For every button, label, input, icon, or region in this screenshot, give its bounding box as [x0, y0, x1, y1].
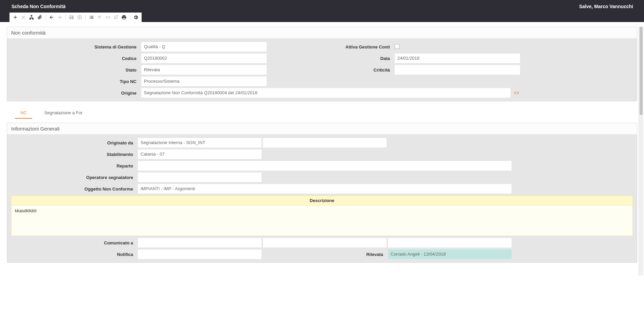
field-notifica[interactable] [138, 250, 262, 259]
nonconformita-panel: Non conformità Sistema di Gestione Quali… [7, 27, 637, 101]
info-generali-body: Originato da Segnalazione Interna - SGN_… [7, 135, 637, 262]
field-tipo-nc[interactable]: Processo/Sistema [141, 77, 267, 86]
nonconformita-panel-body: Sistema di Gestione Qualità - Q Attiva G… [7, 39, 637, 101]
info-generali-panel: Informazioni Generali Originato da Segna… [7, 123, 637, 263]
label-stato: Stato [11, 67, 140, 73]
toolbar [9, 13, 142, 22]
tab-nc[interactable]: NC [15, 107, 32, 119]
export-button [112, 14, 120, 21]
scrollbar-thumb[interactable] [640, 27, 643, 115]
plus-icon [13, 15, 18, 20]
field-descrizione[interactable]: kkasdklldòl [11, 205, 633, 236]
back-button[interactable] [48, 14, 55, 21]
label-stabilimento: Stabilimento [11, 152, 137, 157]
tab-segnalazione[interactable]: Segnalazione a For [39, 107, 88, 119]
sitemap-icon [29, 15, 34, 20]
link-icon [514, 90, 519, 96]
list-icon [89, 15, 94, 20]
label-origine: Origine [11, 91, 140, 96]
tree-button[interactable] [28, 14, 35, 21]
label-operatore: Operatore segnalatore [11, 175, 137, 180]
filter-icon [97, 15, 102, 20]
new-button[interactable] [12, 14, 19, 21]
field-criticita[interactable] [395, 65, 520, 75]
field-reparto[interactable] [138, 161, 512, 171]
toolbar-container [0, 13, 644, 22]
attach-button[interactable] [36, 14, 43, 21]
save-button [68, 14, 75, 21]
content-area: Non conformità Sistema di Gestione Quali… [0, 22, 644, 276]
nonconformita-panel-header: Non conformità [7, 27, 637, 39]
field-comunicato-a-2[interactable] [263, 238, 387, 247]
field-originato-da[interactable]: Segnalazione Interna - SGN_INT [138, 138, 262, 147]
paperclip-icon [37, 15, 42, 20]
field-originato-da-extra[interactable] [263, 138, 387, 147]
app-header: Scheda Non Conformità Salve, Marco Vannu… [0, 0, 644, 13]
arrow-right-icon [57, 15, 62, 20]
info-generali-header: Informazioni Generali [7, 123, 637, 135]
field-rilevata[interactable]: Corrado Angeli - 13/04/2018 [388, 250, 512, 259]
label-notifica: Notifica [11, 252, 137, 257]
printer-icon [121, 15, 127, 20]
label-comunicato-a: Comunicato a [11, 240, 137, 245]
field-stabilimento[interactable]: Catania - 07 [138, 149, 262, 159]
field-comunicato-a-3[interactable] [388, 238, 512, 247]
field-operatore[interactable] [138, 173, 262, 182]
field-data[interactable]: 24/01/2018 [395, 54, 520, 63]
settings-button[interactable] [132, 14, 140, 21]
filter-button [96, 14, 103, 21]
field-origine[interactable]: Segnalazione Non Conformità Q20180004 de… [141, 88, 511, 98]
toolbar-separator [45, 14, 46, 20]
arrow-left-icon [49, 15, 54, 20]
gear-icon [133, 15, 139, 20]
field-stato[interactable]: Rilevata [141, 65, 267, 75]
export-icon [113, 15, 119, 20]
page-title: Scheda Non Conformità [12, 4, 65, 9]
x-icon [21, 15, 26, 20]
label-rilevata: Rilevata [263, 252, 387, 257]
label-oggetto: Oggetto Non Conforme [11, 186, 137, 192]
descrizione-header: Descrizione [11, 196, 633, 205]
save-icon [69, 15, 74, 20]
list-button[interactable] [88, 14, 95, 21]
cancel-circle-icon [77, 15, 82, 20]
field-comunicato-a-1[interactable] [138, 238, 262, 247]
field-codice[interactable]: Q20180002 [141, 54, 267, 63]
checkbox-icon[interactable] [395, 44, 399, 49]
label-attiva-gestione-costi: Attiva Gestione Costi [268, 44, 393, 49]
label-tipo-nc: Tipo NC [11, 79, 140, 84]
field-sistema-gestione[interactable]: Qualità - Q [141, 42, 267, 52]
print-button[interactable] [120, 14, 128, 21]
tab-strip: NC Segnalazione a For [7, 107, 637, 119]
user-greeting: Salve, Marco Vannucchi [579, 4, 637, 9]
label-criticita: Criticità [268, 67, 393, 73]
link-button [104, 14, 111, 21]
toolbar-separator [65, 14, 66, 20]
forward-button [56, 14, 63, 21]
toolbar-separator [85, 14, 86, 20]
delete-button [20, 14, 27, 21]
link-icon [105, 15, 110, 20]
origine-link-button[interactable] [513, 89, 520, 97]
label-data: Data [268, 56, 393, 61]
label-codice: Codice [11, 56, 140, 61]
label-sistema-gestione: Sistema di Gestione [11, 44, 140, 49]
vertical-scrollbar[interactable] [639, 27, 643, 276]
field-oggetto[interactable]: IMPIANTI - IMP - Argomenti [138, 184, 512, 194]
cancel-changes-button [76, 14, 83, 21]
label-reparto: Reparto [11, 163, 137, 168]
label-originato-da: Originato da [11, 140, 137, 145]
toolbar-separator [130, 14, 130, 20]
field-attiva-gestione-costi[interactable] [395, 44, 520, 50]
